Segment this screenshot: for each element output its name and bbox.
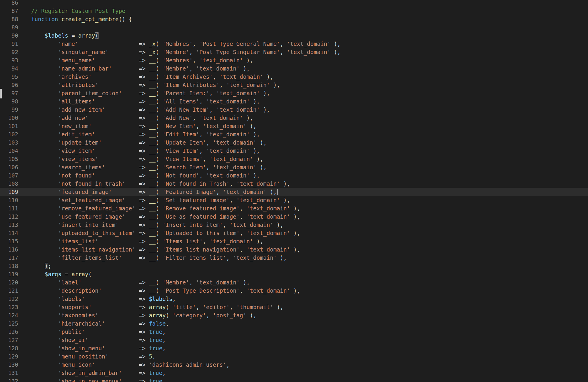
- line-number[interactable]: 111: [0, 204, 18, 212]
- code-line[interactable]: 97 'parent_item_colon' => __( 'Parent It…: [0, 89, 588, 97]
- code-line[interactable]: 100 'add_new' => __( 'Add New', 'text_do…: [0, 114, 588, 122]
- line-content[interactable]: 'menu_name' => __( 'Membres', 'text_doma…: [18, 56, 253, 64]
- line-number[interactable]: 108: [0, 180, 18, 188]
- code-line[interactable]: 114 'uploaded_to_this_item' => __( 'Uplo…: [0, 229, 588, 237]
- code-line[interactable]: 116 'items_list_navigation' => __( 'Item…: [0, 245, 588, 254]
- line-content[interactable]: 'not_found' => __( 'Not found', 'text_do…: [18, 171, 260, 180]
- code-line[interactable]: 112 'use_featured_image' => __( 'Use as …: [0, 212, 588, 221]
- line-number[interactable]: 109: [0, 188, 18, 196]
- code-line[interactable]: 91 'name' => _x( 'Membres', 'Post Type G…: [0, 40, 588, 48]
- line-number[interactable]: 118: [0, 262, 18, 270]
- code-line[interactable]: 92 'singular_name' => _x( 'Membre', 'Pos…: [0, 48, 588, 56]
- line-number[interactable]: 122: [0, 295, 18, 303]
- line-content[interactable]: 'not_found_in_trash' => __( 'Not found i…: [18, 180, 290, 188]
- code-line[interactable]: 126 'public' => true,: [0, 328, 588, 336]
- line-number[interactable]: 126: [0, 328, 18, 336]
- code-line[interactable]: 88function create_cpt_membre() {: [0, 15, 588, 23]
- code-line[interactable]: 125 'hierarchical' => false,: [0, 319, 588, 328]
- line-number[interactable]: 116: [0, 245, 18, 254]
- line-content[interactable]: 'insert_into_item' => __( 'Insert into i…: [18, 221, 283, 229]
- line-content[interactable]: 'add_new_item' => __( 'Add New Item', 't…: [18, 105, 270, 114]
- line-content[interactable]: 'show_in_admin_bar' => true,: [18, 369, 166, 377]
- line-number[interactable]: 131: [0, 369, 18, 377]
- code-line[interactable]: 96 'attributes' => __( 'Item Attributes'…: [0, 81, 588, 89]
- line-number[interactable]: 123: [0, 303, 18, 311]
- line-content[interactable]: 'use_featured_image' => __( 'Use as feat…: [18, 212, 300, 221]
- line-number[interactable]: 105: [0, 155, 18, 163]
- line-number[interactable]: 100: [0, 114, 18, 122]
- line-content[interactable]: $args = array(: [18, 270, 92, 278]
- line-content[interactable]: 'items_list_navigation' => __( 'Items li…: [18, 245, 300, 254]
- line-content[interactable]: // Register Custom Post Type: [18, 7, 125, 15]
- line-number[interactable]: 115: [0, 237, 18, 245]
- line-content[interactable]: 'menu_position' => 5,: [18, 352, 156, 361]
- line-number[interactable]: 88: [0, 15, 18, 23]
- line-content[interactable]: 'view_items' => __( 'View Items', 'text_…: [18, 155, 263, 163]
- line-number[interactable]: 104: [0, 147, 18, 155]
- line-content[interactable]: 'show_ui' => true,: [18, 336, 166, 344]
- line-content[interactable]: 'add_new' => __( 'Add New', 'text_domain…: [18, 114, 253, 122]
- line-number[interactable]: 101: [0, 122, 18, 130]
- line-content[interactable]: [18, 23, 31, 31]
- line-number[interactable]: 113: [0, 221, 18, 229]
- code-line[interactable]: 130 'menu_icon' => 'dashicons-admin-user…: [0, 361, 588, 369]
- line-number[interactable]: 117: [0, 254, 18, 262]
- line-content[interactable]: 'set_featured_image' => __( 'Set feature…: [18, 196, 290, 204]
- line-content[interactable]: 'uploaded_to_this_item' => __( 'Uploaded…: [18, 229, 300, 237]
- line-content[interactable]: [18, 0, 31, 7]
- code-line[interactable]: 89: [0, 23, 588, 31]
- line-number[interactable]: 110: [0, 196, 18, 204]
- line-content[interactable]: 'name' => _x( 'Membres', 'Post Type Gene…: [18, 40, 340, 48]
- line-number[interactable]: 120: [0, 278, 18, 286]
- line-content[interactable]: );: [18, 262, 51, 270]
- line-number[interactable]: 86: [0, 0, 18, 7]
- code-line[interactable]: 94 'name_admin_bar' => __( 'Membre', 'te…: [0, 64, 588, 73]
- line-content[interactable]: 'labels' => $labels,: [18, 295, 176, 303]
- line-content[interactable]: 'hierarchical' => false,: [18, 319, 169, 328]
- code-line[interactable]: 90 $labels = array(: [0, 31, 588, 40]
- line-content[interactable]: 'edit_item' => __( 'Edit Item', 'text_do…: [18, 130, 260, 138]
- line-number[interactable]: 92: [0, 48, 18, 56]
- code-line[interactable]: 131 'show_in_admin_bar' => true,: [0, 369, 588, 377]
- line-number[interactable]: 124: [0, 311, 18, 319]
- code-line[interactable]: 121 'description' => __( 'Post Type Desc…: [0, 286, 588, 295]
- code-line[interactable]: 105 'view_items' => __( 'View Items', 't…: [0, 155, 588, 163]
- line-number[interactable]: 102: [0, 130, 18, 138]
- line-number[interactable]: 99: [0, 105, 18, 114]
- line-content[interactable]: 'public' => true,: [18, 328, 166, 336]
- line-number[interactable]: 89: [0, 23, 18, 31]
- line-number[interactable]: 107: [0, 171, 18, 180]
- code-line[interactable]: 132 'show_in_nav_menus' => true,: [0, 377, 588, 382]
- code-line[interactable]: 101 'new_item' => __( 'New Item', 'text_…: [0, 122, 588, 130]
- code-line[interactable]: 120 'label' => __( 'Membre', 'text_domai…: [0, 278, 588, 286]
- code-line[interactable]: 123 'supports' => array( 'title', 'edito…: [0, 303, 588, 311]
- line-content[interactable]: 'show_in_nav_menus' => true,: [18, 377, 166, 382]
- code-line[interactable]: 119 $args = array(: [0, 270, 588, 278]
- line-content[interactable]: 'singular_name' => _x( 'Membre', 'Post T…: [18, 48, 341, 56]
- line-number[interactable]: 127: [0, 336, 18, 344]
- line-content[interactable]: 'taxonomies' => array( 'category', 'post…: [18, 311, 256, 319]
- code-line[interactable]: 115 'items_list' => __( 'Items list', 't…: [0, 237, 588, 245]
- line-number[interactable]: 103: [0, 138, 18, 147]
- line-number[interactable]: 87: [0, 7, 18, 15]
- code-line[interactable]: 118 );: [0, 262, 588, 270]
- line-content[interactable]: 'label' => __( 'Membre', 'text_domain' )…: [18, 278, 250, 286]
- line-number[interactable]: 132: [0, 377, 18, 382]
- code-line[interactable]: 113 'insert_into_item' => __( 'Insert in…: [0, 221, 588, 229]
- code-line[interactable]: 124 'taxonomies' => array( 'category', '…: [0, 311, 588, 319]
- code-editor[interactable]: 8687// Register Custom Post Type88functi…: [0, 0, 588, 382]
- code-line[interactable]: 127 'show_ui' => true,: [0, 336, 588, 344]
- line-content[interactable]: 'all_items' => __( 'All Items', 'text_do…: [18, 97, 260, 105]
- line-number[interactable]: 121: [0, 286, 18, 295]
- line-number[interactable]: 95: [0, 73, 18, 81]
- code-line[interactable]: 117 'filter_items_list' => __( 'Filter i…: [0, 254, 588, 262]
- line-content[interactable]: 'parent_item_colon' => __( 'Parent Item:…: [18, 89, 270, 97]
- code-line[interactable]: 95 'archives' => __( 'Item Archives', 't…: [0, 73, 588, 81]
- line-content[interactable]: function create_cpt_membre() {: [18, 15, 132, 23]
- line-number[interactable]: 96: [0, 81, 18, 89]
- line-content[interactable]: 'new_item' => __( 'New Item', 'text_doma…: [18, 122, 256, 130]
- code-line[interactable]: 110 'set_featured_image' => __( 'Set fea…: [0, 196, 588, 204]
- code-line[interactable]: 99 'add_new_item' => __( 'Add New Item',…: [0, 105, 588, 114]
- line-content[interactable]: 'search_items' => __( 'Search Item', 'te…: [18, 163, 267, 171]
- line-number[interactable]: 98: [0, 97, 18, 105]
